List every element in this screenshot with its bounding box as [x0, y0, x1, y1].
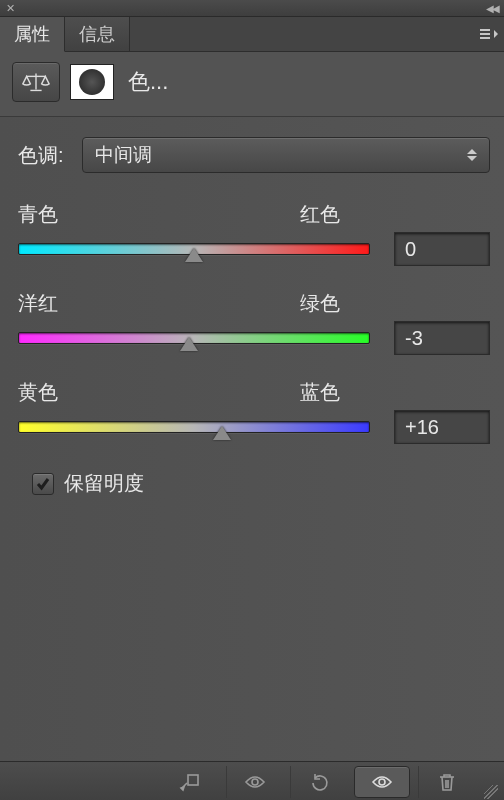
- tab-info-label: 信息: [79, 22, 115, 46]
- panel-body: 色调: 中间调 青色 红色 0 洋红 绿色: [0, 117, 504, 761]
- slider-cyan-red: 青色 红色 0: [18, 201, 490, 266]
- svg-rect-0: [188, 775, 198, 785]
- tone-label: 色调:: [18, 142, 70, 169]
- label-green: 绿色: [300, 290, 340, 317]
- balance-scale-icon: [21, 70, 51, 94]
- close-icon[interactable]: ✕: [6, 3, 15, 14]
- reset-icon: [307, 771, 331, 793]
- slider-yellow-blue-value-text: +16: [405, 416, 439, 439]
- panel-header: 色...: [0, 52, 504, 117]
- slider-magenta-green-value-text: -3: [405, 327, 423, 350]
- preserve-luminosity-checkbox[interactable]: [32, 473, 54, 495]
- slider-cyan-red-track[interactable]: [18, 236, 370, 262]
- slider-magenta-green: 洋红 绿色 -3: [18, 290, 490, 355]
- collapse-icon[interactable]: ◀◀: [486, 3, 498, 14]
- slider-magenta-green-value[interactable]: -3: [394, 321, 490, 355]
- label-yellow: 黄色: [18, 379, 58, 406]
- reset-button[interactable]: [290, 766, 346, 798]
- trash-icon: [435, 771, 459, 793]
- layer-mask-thumbnail[interactable]: [70, 64, 114, 100]
- slider-magenta-green-track[interactable]: [18, 325, 370, 351]
- panel-footer: [0, 761, 504, 800]
- check-icon: [35, 476, 51, 492]
- slider-magenta-green-thumb[interactable]: [180, 337, 198, 351]
- label-red: 红色: [300, 201, 340, 228]
- panel-title: 色...: [128, 67, 168, 97]
- delete-adjustment-button[interactable]: [418, 766, 474, 798]
- preserve-luminosity-label: 保留明度: [64, 470, 144, 497]
- tab-info[interactable]: 信息: [65, 17, 130, 51]
- chevron-right-icon: [494, 30, 498, 38]
- label-magenta: 洋红: [18, 290, 58, 317]
- toggle-visibility-button[interactable]: [354, 766, 410, 798]
- slider-yellow-blue: 黄色 蓝色 +16: [18, 379, 490, 444]
- label-cyan: 青色: [18, 201, 58, 228]
- label-blue: 蓝色: [300, 379, 340, 406]
- svg-point-1: [252, 779, 258, 785]
- preserve-luminosity-row: 保留明度: [32, 470, 490, 497]
- slider-cyan-red-value[interactable]: 0: [394, 232, 490, 266]
- tab-properties[interactable]: 属性: [0, 17, 65, 52]
- clip-to-layer-button[interactable]: [162, 766, 218, 798]
- mask-circle-icon: [79, 69, 105, 95]
- slider-cyan-red-value-text: 0: [405, 238, 416, 261]
- tone-dropdown-value: 中间调: [95, 142, 152, 168]
- color-balance-adjustment-icon[interactable]: [12, 62, 60, 102]
- tab-properties-label: 属性: [14, 22, 50, 46]
- slider-cyan-red-thumb[interactable]: [185, 248, 203, 262]
- tone-row: 色调: 中间调: [18, 137, 490, 173]
- tab-strip: 属性 信息: [0, 17, 504, 52]
- resize-grip[interactable]: [484, 785, 498, 799]
- slider-yellow-blue-thumb[interactable]: [213, 426, 231, 440]
- tone-dropdown[interactable]: 中间调: [82, 137, 490, 173]
- dropdown-arrows-icon: [467, 149, 477, 161]
- slider-yellow-blue-value[interactable]: +16: [394, 410, 490, 444]
- menu-icon: [480, 29, 490, 39]
- eye-back-icon: [243, 771, 267, 793]
- eye-icon: [370, 771, 394, 793]
- svg-point-2: [379, 779, 385, 785]
- panel-grab-bar[interactable]: ✕ ◀◀: [0, 0, 504, 17]
- slider-yellow-blue-track[interactable]: [18, 414, 370, 440]
- clip-icon: [178, 771, 202, 793]
- view-previous-state-button[interactable]: [226, 766, 282, 798]
- panel-flyout-menu[interactable]: [480, 29, 498, 39]
